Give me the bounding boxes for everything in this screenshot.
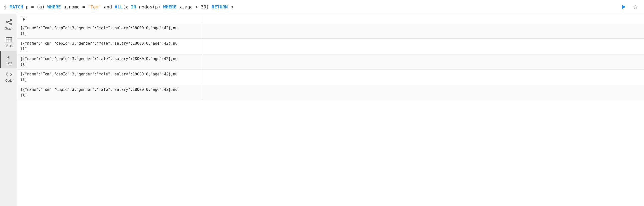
sidebar-item-graph[interactable]: Graph <box>0 16 17 33</box>
table-row: [{"name":"Tom","depId":3,"gender":"male"… <box>18 54 644 69</box>
svg-line-5 <box>8 22 10 24</box>
main-content: Graph Table A Text Code <box>0 14 644 206</box>
result-header-p: "p" <box>18 14 201 23</box>
table-row: [{"name":"Tom","depId":3,"gender":"male"… <box>18 85 644 100</box>
svg-point-1 <box>6 21 8 23</box>
results-area[interactable]: "p" [{"name":"Tom","depId":3,"gender":"m… <box>18 14 644 206</box>
table-row: [{"name":"Tom","depId":3,"gender":"male"… <box>18 69 644 85</box>
sidebar-code-label: Code <box>6 79 13 82</box>
result-header: "p" <box>18 14 644 23</box>
result-cell-p-0: [{"name":"Tom","depId":3,"gender":"male"… <box>18 23 201 38</box>
query-bar: $ MATCH p = (a) WHERE a.name = 'Tom' and… <box>0 0 644 14</box>
favorite-button[interactable]: ☆ <box>631 2 640 11</box>
sidebar-table-label: Table <box>6 44 13 48</box>
result-container: "p" [{"name":"Tom","depId":3,"gender":"m… <box>18 14 644 100</box>
svg-rect-6 <box>6 37 12 42</box>
svg-line-4 <box>8 21 10 22</box>
svg-marker-0 <box>622 5 626 9</box>
result-cell-p-4: [{"name":"Tom","depId":3,"gender":"male"… <box>18 85 201 100</box>
table-row: [{"name":"Tom","depId":3,"gender":"male"… <box>18 39 644 54</box>
svg-text:A: A <box>7 55 10 60</box>
sidebar: Graph Table A Text Code <box>0 14 18 206</box>
result-cell-p-1: [{"name":"Tom","depId":3,"gender":"male"… <box>18 39 201 54</box>
sidebar-text-label: Text <box>6 62 12 65</box>
svg-point-3 <box>10 23 12 25</box>
graph-icon <box>6 19 12 26</box>
svg-point-2 <box>10 20 12 21</box>
run-button[interactable] <box>619 2 628 11</box>
query-text: MATCH p = (a) WHERE a.name = 'Tom' and A… <box>10 4 616 9</box>
sidebar-item-text[interactable]: A Text <box>0 51 17 68</box>
sidebar-item-table[interactable]: Table <box>0 33 17 51</box>
result-cell-p-2: [{"name":"Tom","depId":3,"gender":"male"… <box>18 54 201 69</box>
code-icon <box>6 71 12 78</box>
sidebar-graph-label: Graph <box>5 27 13 30</box>
query-prompt: $ <box>4 4 7 9</box>
text-icon: A <box>6 54 12 61</box>
table-row: [{"name":"Tom","depId":3,"gender":"male"… <box>18 23 644 39</box>
result-cell-p-3: [{"name":"Tom","depId":3,"gender":"male"… <box>18 69 201 85</box>
sidebar-item-code[interactable]: Code <box>0 68 17 85</box>
table-icon <box>6 36 12 43</box>
